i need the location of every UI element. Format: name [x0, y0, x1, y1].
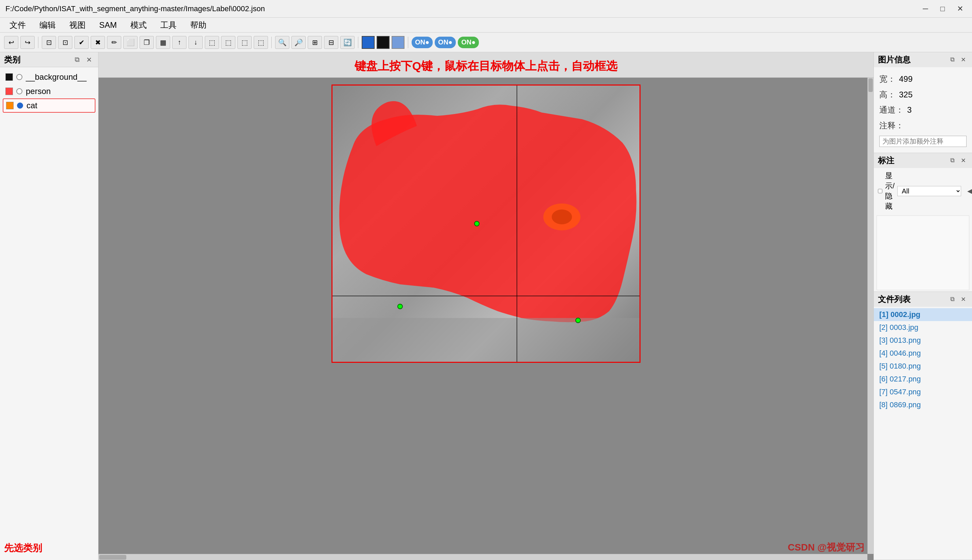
image-info-float-button[interactable]: ⧉ — [948, 55, 957, 64]
tool-select[interactable]: ⊡ — [42, 36, 56, 49]
tool-rect[interactable]: ⬜ — [123, 36, 137, 49]
svg-point-2 — [552, 209, 572, 224]
image-info-header: 图片信息 ⧉ ✕ — [874, 52, 972, 67]
image-canvas[interactable] — [331, 85, 641, 363]
tool-select2[interactable]: ⊡ — [58, 36, 72, 49]
menu-item-工具[interactable]: 工具 — [154, 18, 183, 32]
scroll-thumb-v[interactable] — [868, 78, 873, 92]
category-item-background[interactable]: __background__ — [3, 70, 95, 84]
scrollbar-bottom[interactable] — [99, 554, 867, 560]
cat-overlay — [332, 85, 640, 362]
left-panel-controls: ⧉ ✕ — [73, 55, 94, 65]
note-input[interactable] — [879, 136, 967, 147]
file-item-7[interactable]: [7] 0547.png — [874, 385, 972, 398]
tool-cancel[interactable]: ✖ — [91, 36, 105, 49]
toolbar: ↩ ↪ ⊡ ⊡ ✔ ✖ ✏ ⬜ ❐ ▦ ↑ ↓ ⬚ ⬚ ⬚ ⬚ 🔍 🔎 ⊞ ⊟ … — [0, 33, 972, 52]
menu-item-模式[interactable]: 模式 — [124, 18, 153, 32]
show-hide-label: 显示/隐藏 — [885, 171, 895, 212]
center-area: 键盘上按下Q键，鼠标在目标物体上点击，自动框选 — [99, 52, 873, 560]
file-item-8[interactable]: [8] 0869.png — [874, 398, 972, 411]
annotation-float-button[interactable]: ⧉ — [948, 156, 957, 165]
separator-1 — [38, 37, 38, 48]
file-item-3[interactable]: [3] 0013.png — [874, 334, 972, 347]
scrollbar-right[interactable] — [867, 78, 873, 554]
category-radio-person[interactable] — [16, 88, 22, 94]
annotation-filter-select[interactable]: All cat person __background__ — [897, 186, 961, 196]
left-panel-close-button[interactable]: ✕ — [84, 55, 94, 65]
zoom-out-button[interactable]: 🔎 — [291, 36, 306, 49]
tool-up[interactable]: ↑ — [172, 36, 187, 49]
zoom-in-button[interactable]: 🔍 — [275, 36, 289, 49]
channels-value: 3 — [907, 102, 912, 118]
tool-draw[interactable]: ✏ — [107, 36, 121, 49]
toggle-1[interactable]: ON● — [412, 37, 433, 48]
reset-view-button[interactable]: ⊟ — [324, 36, 338, 49]
refresh-button[interactable]: 🔄 — [340, 36, 354, 49]
file-item-2[interactable]: [2] 0003.jpg — [874, 321, 972, 334]
left-panel-float-button[interactable]: ⧉ — [73, 55, 82, 65]
scroll-thumb-h[interactable] — [99, 555, 126, 560]
category-item-cat[interactable]: cat — [3, 98, 95, 113]
toggle-2[interactable]: ON● — [435, 37, 456, 48]
minimize-button[interactable]: ─ — [919, 4, 932, 14]
right-panel: 图片信息 ⧉ ✕ 宽： 499 高： 325 通道： 3 — [873, 52, 972, 560]
note-row: 注释： — [879, 118, 967, 133]
undo-button[interactable]: ↩ — [4, 36, 18, 49]
green-dot-1 — [474, 221, 479, 227]
annotation-prev-button[interactable]: ◀ — [964, 186, 972, 196]
category-radio-cat[interactable] — [17, 102, 23, 108]
image-info-body: 宽： 499 高： 325 通道： 3 注释： — [874, 67, 972, 153]
menu-item-帮助[interactable]: 帮助 — [184, 18, 213, 32]
category-label-cat: cat — [27, 101, 37, 110]
tool-grid[interactable]: ▦ — [156, 36, 170, 49]
annotation-header: 标注 ⧉ ✕ — [874, 153, 972, 168]
width-row: 宽： 499 — [879, 71, 967, 87]
tool-copy[interactable]: ❐ — [140, 36, 154, 49]
toggle-3[interactable]: ON● — [458, 37, 479, 48]
category-item-person[interactable]: person — [3, 84, 95, 98]
file-list-float-button[interactable]: ⧉ — [948, 295, 957, 304]
category-radio-background[interactable] — [16, 74, 22, 80]
menu-item-编辑[interactable]: 编辑 — [33, 18, 62, 32]
color-square-blue[interactable] — [362, 36, 375, 49]
image-info-close-button[interactable]: ✕ — [959, 55, 968, 64]
svg-rect-0 — [332, 318, 639, 362]
canvas-wrapper[interactable] — [99, 78, 873, 560]
menu-item-SAM[interactable]: SAM — [93, 19, 123, 31]
height-value: 325 — [899, 87, 913, 102]
redo-button[interactable]: ↪ — [20, 36, 35, 49]
annotation-close-button[interactable]: ✕ — [959, 156, 968, 165]
select-category-hint: 先选类别 — [0, 536, 98, 560]
category-color-cat — [6, 102, 13, 109]
tool-confirm[interactable]: ✔ — [74, 36, 89, 49]
category-color-person — [5, 88, 13, 95]
file-item-5[interactable]: [5] 0180.png — [874, 360, 972, 373]
category-label-person: person — [26, 87, 51, 96]
annotation-controls: ⧉ ✕ — [948, 156, 968, 165]
file-list-section: 文件列表 ⧉ ✕ [1] 0002.jpg[2] 0003.jpg[3] 001… — [874, 292, 972, 560]
menu-item-文件[interactable]: 文件 — [3, 18, 32, 32]
height-row: 高： 325 — [879, 87, 967, 102]
maximize-button[interactable]: □ — [937, 4, 948, 14]
file-item-6[interactable]: [6] 0217.png — [874, 373, 972, 385]
image-info-section: 图片信息 ⧉ ✕ 宽： 499 高： 325 通道： 3 — [874, 52, 972, 153]
file-item-4[interactable]: [4] 0046.png — [874, 347, 972, 360]
color-square-dark[interactable] — [377, 36, 389, 49]
width-value: 499 — [899, 71, 913, 87]
file-item-1[interactable]: [1] 0002.jpg — [874, 308, 972, 321]
tool-frame1[interactable]: ⬚ — [205, 36, 219, 49]
crosshair-vertical — [516, 85, 517, 362]
tool-frame3[interactable]: ⬚ — [237, 36, 252, 49]
green-dot-3 — [575, 318, 581, 323]
tool-frame4[interactable]: ⬚ — [254, 36, 268, 49]
menu-item-视图[interactable]: 视图 — [63, 18, 92, 32]
close-button[interactable]: ✕ — [954, 4, 967, 14]
show-hide-checkbox[interactable] — [878, 188, 882, 194]
file-list-close-button[interactable]: ✕ — [959, 295, 968, 304]
tool-down[interactable]: ↓ — [189, 36, 203, 49]
tool-frame2[interactable]: ⬚ — [221, 36, 235, 49]
color-square-blue2[interactable] — [392, 36, 404, 49]
categories-title: 类别 — [4, 54, 20, 65]
separator-2 — [271, 37, 272, 48]
fit-view-button[interactable]: ⊞ — [308, 36, 322, 49]
